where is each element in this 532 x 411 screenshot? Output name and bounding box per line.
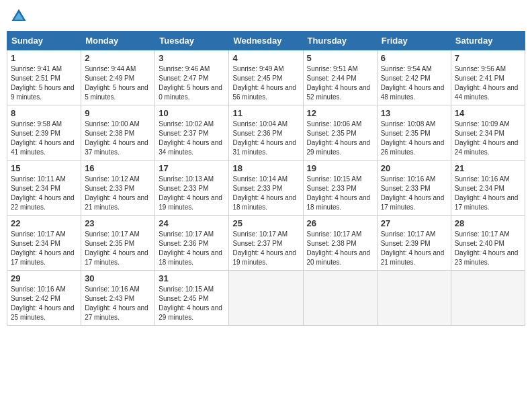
calendar-cell — [377, 271, 451, 326]
calendar-cell — [303, 271, 377, 326]
calendar-cell: 31Sunrise: 10:15 AMSunset: 2:45 PMDaylig… — [155, 271, 229, 326]
calendar-cell: 22Sunrise: 10:17 AMSunset: 2:34 PMDaylig… — [7, 216, 81, 271]
calendar-cell: 17Sunrise: 10:13 AMSunset: 2:33 PMDaylig… — [155, 161, 229, 216]
calendar-cell: 15Sunrise: 10:11 AMSunset: 2:34 PMDaylig… — [7, 161, 81, 216]
day-number: 12 — [307, 108, 373, 118]
calendar-cell: 25Sunrise: 10:17 AMSunset: 2:37 PMDaylig… — [229, 216, 303, 271]
calendar-cell: 24Sunrise: 10:17 AMSunset: 2:36 PMDaylig… — [155, 216, 229, 271]
day-info: Sunrise: 10:11 AMSunset: 2:34 PMDaylight… — [11, 175, 77, 212]
day-number: 19 — [307, 163, 373, 173]
column-header-tuesday: Tuesday — [155, 32, 229, 50]
day-info: Sunrise: 10:08 AMSunset: 2:35 PMDaylight… — [381, 120, 447, 157]
day-number: 6 — [381, 53, 447, 63]
calendar-cell: 29Sunrise: 10:16 AMSunset: 2:42 PMDaylig… — [7, 271, 81, 326]
calendar-cell: 27Sunrise: 10:17 AMSunset: 2:39 PMDaylig… — [377, 216, 451, 271]
page-header — [7, 7, 525, 26]
day-info: Sunrise: 10:09 AMSunset: 2:34 PMDaylight… — [455, 120, 521, 157]
day-number: 1 — [11, 53, 77, 63]
day-number: 15 — [11, 163, 77, 173]
day-info: Sunrise: 10:17 AMSunset: 2:40 PMDaylight… — [455, 230, 521, 267]
calendar-cell: 26Sunrise: 10:17 AMSunset: 2:38 PMDaylig… — [303, 216, 377, 271]
day-info: Sunrise: 9:54 AMSunset: 2:42 PMDaylight:… — [381, 64, 447, 102]
day-number: 11 — [232, 108, 299, 118]
day-number: 10 — [159, 108, 225, 118]
calendar-cell: 19Sunrise: 10:15 AMSunset: 2:33 PMDaylig… — [303, 161, 377, 216]
calendar-table: SundayMondayTuesdayWednesdayThursdayFrid… — [7, 31, 525, 326]
day-number: 16 — [85, 163, 151, 173]
logo — [9, 7, 31, 26]
calendar-cell: 12Sunrise: 10:06 AMSunset: 2:35 PMDaylig… — [303, 105, 377, 161]
day-info: Sunrise: 9:46 AMSunset: 2:47 PMDaylight:… — [159, 64, 225, 102]
calendar-header-row: SundayMondayTuesdayWednesdayThursdayFrid… — [7, 32, 525, 50]
day-info: Sunrise: 10:16 AMSunset: 2:42 PMDaylight… — [11, 285, 77, 322]
day-info: Sunrise: 10:02 AMSunset: 2:37 PMDaylight… — [159, 120, 225, 157]
calendar-cell: 28Sunrise: 10:17 AMSunset: 2:40 PMDaylig… — [451, 216, 525, 271]
day-number: 26 — [307, 218, 373, 228]
calendar-cell: 6Sunrise: 9:54 AMSunset: 2:42 PMDaylight… — [377, 50, 451, 105]
column-header-monday: Monday — [81, 32, 155, 50]
day-number: 28 — [455, 218, 521, 228]
calendar-cell: 4Sunrise: 9:49 AMSunset: 2:45 PMDaylight… — [229, 50, 303, 105]
calendar-cell: 2Sunrise: 9:44 AMSunset: 2:49 PMDaylight… — [81, 50, 155, 105]
calendar-cell: 8Sunrise: 9:58 AMSunset: 2:39 PMDaylight… — [7, 105, 81, 161]
day-info: Sunrise: 10:17 AMSunset: 2:37 PMDaylight… — [232, 230, 299, 267]
calendar-cell: 13Sunrise: 10:08 AMSunset: 2:35 PMDaylig… — [377, 105, 451, 161]
calendar-cell: 16Sunrise: 10:12 AMSunset: 2:33 PMDaylig… — [81, 161, 155, 216]
calendar-week-row: 15Sunrise: 10:11 AMSunset: 2:34 PMDaylig… — [7, 161, 525, 216]
column-header-saturday: Saturday — [451, 32, 525, 50]
calendar-week-row: 29Sunrise: 10:16 AMSunset: 2:42 PMDaylig… — [7, 271, 525, 326]
day-info: Sunrise: 9:56 AMSunset: 2:41 PMDaylight:… — [455, 64, 521, 102]
day-info: Sunrise: 10:04 AMSunset: 2:36 PMDaylight… — [232, 120, 299, 157]
calendar-cell: 9Sunrise: 10:00 AMSunset: 2:38 PMDayligh… — [81, 105, 155, 161]
logo-icon — [9, 7, 28, 26]
day-number: 14 — [455, 108, 521, 118]
day-number: 20 — [381, 163, 447, 173]
calendar-cell: 5Sunrise: 9:51 AMSunset: 2:44 PMDaylight… — [303, 50, 377, 105]
day-number: 9 — [85, 108, 151, 118]
calendar-cell — [451, 271, 525, 326]
day-number: 29 — [11, 273, 77, 283]
calendar-cell: 10Sunrise: 10:02 AMSunset: 2:37 PMDaylig… — [155, 105, 229, 161]
column-header-friday: Friday — [377, 32, 451, 50]
calendar-cell — [229, 271, 303, 326]
day-number: 2 — [85, 53, 151, 63]
day-number: 25 — [232, 218, 299, 228]
day-number: 13 — [381, 108, 447, 118]
calendar-week-row: 1Sunrise: 9:41 AMSunset: 2:51 PMDaylight… — [7, 50, 525, 105]
day-info: Sunrise: 10:16 AMSunset: 2:34 PMDaylight… — [455, 175, 521, 212]
day-info: Sunrise: 10:00 AMSunset: 2:38 PMDaylight… — [85, 120, 151, 157]
day-info: Sunrise: 10:15 AMSunset: 2:45 PMDaylight… — [159, 285, 225, 322]
day-info: Sunrise: 10:12 AMSunset: 2:33 PMDaylight… — [85, 175, 151, 212]
day-info: Sunrise: 10:06 AMSunset: 2:35 PMDaylight… — [307, 120, 373, 157]
calendar-cell: 23Sunrise: 10:17 AMSunset: 2:35 PMDaylig… — [81, 216, 155, 271]
column-header-wednesday: Wednesday — [229, 32, 303, 50]
day-number: 27 — [381, 218, 447, 228]
day-info: Sunrise: 10:14 AMSunset: 2:33 PMDaylight… — [232, 175, 299, 212]
day-info: Sunrise: 9:41 AMSunset: 2:51 PMDaylight:… — [11, 64, 77, 102]
day-number: 18 — [232, 163, 299, 173]
day-number: 30 — [85, 273, 151, 283]
day-info: Sunrise: 10:16 AMSunset: 2:43 PMDaylight… — [85, 285, 151, 322]
day-info: Sunrise: 10:17 AMSunset: 2:36 PMDaylight… — [159, 230, 225, 267]
calendar-cell: 14Sunrise: 10:09 AMSunset: 2:34 PMDaylig… — [451, 105, 525, 161]
day-info: Sunrise: 10:17 AMSunset: 2:38 PMDaylight… — [307, 230, 373, 267]
day-number: 5 — [307, 53, 373, 63]
day-number: 4 — [232, 53, 299, 63]
day-number: 17 — [159, 163, 225, 173]
day-number: 22 — [11, 218, 77, 228]
day-info: Sunrise: 9:51 AMSunset: 2:44 PMDaylight:… — [307, 64, 373, 102]
calendar-cell: 20Sunrise: 10:16 AMSunset: 2:33 PMDaylig… — [377, 161, 451, 216]
day-info: Sunrise: 9:44 AMSunset: 2:49 PMDaylight:… — [85, 64, 151, 102]
day-info: Sunrise: 9:58 AMSunset: 2:39 PMDaylight:… — [11, 120, 77, 157]
calendar-cell: 1Sunrise: 9:41 AMSunset: 2:51 PMDaylight… — [7, 50, 81, 105]
day-info: Sunrise: 10:17 AMSunset: 2:35 PMDaylight… — [85, 230, 151, 267]
calendar-cell: 18Sunrise: 10:14 AMSunset: 2:33 PMDaylig… — [229, 161, 303, 216]
calendar-week-row: 22Sunrise: 10:17 AMSunset: 2:34 PMDaylig… — [7, 216, 525, 271]
calendar-cell: 30Sunrise: 10:16 AMSunset: 2:43 PMDaylig… — [81, 271, 155, 326]
day-number: 23 — [85, 218, 151, 228]
day-info: Sunrise: 10:17 AMSunset: 2:34 PMDaylight… — [11, 230, 77, 267]
calendar-cell: 21Sunrise: 10:16 AMSunset: 2:34 PMDaylig… — [451, 161, 525, 216]
calendar-cell: 7Sunrise: 9:56 AMSunset: 2:41 PMDaylight… — [451, 50, 525, 105]
column-header-thursday: Thursday — [303, 32, 377, 50]
day-info: Sunrise: 10:13 AMSunset: 2:33 PMDaylight… — [159, 175, 225, 212]
